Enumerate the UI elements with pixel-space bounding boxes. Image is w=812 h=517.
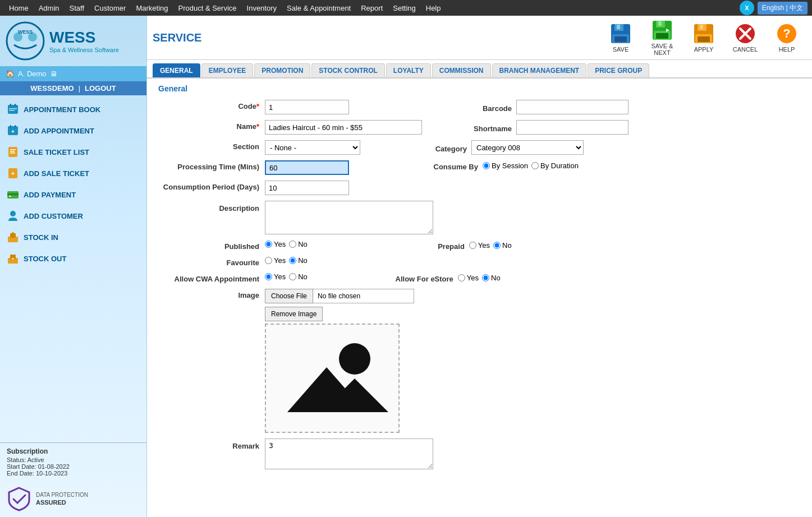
- description-textarea[interactable]: [265, 201, 433, 234]
- remark-textarea[interactable]: 3: [265, 438, 433, 469]
- estore-radio-group: Yes No: [458, 274, 501, 282]
- description-row: Description: [158, 201, 801, 234]
- category-select[interactable]: Category 008 Category 001: [471, 140, 584, 155]
- svg-rect-8: [9, 110, 15, 111]
- barcode-label: Barcode: [467, 102, 512, 113]
- estore-yes-radio[interactable]: [458, 274, 465, 281]
- username-link[interactable]: WESSDEMO: [30, 84, 74, 93]
- published-yes-label[interactable]: Yes: [265, 240, 286, 248]
- consumption-period-label: Consumption Period (Days): [158, 181, 259, 191]
- choose-file-button[interactable]: Choose File: [265, 289, 313, 303]
- section-row: Section - None - Category Category 008 C…: [158, 140, 801, 155]
- help-button[interactable]: ? HELP: [767, 18, 806, 57]
- tab-commission[interactable]: COMMISSION: [432, 63, 491, 77]
- save-next-button[interactable]: SAVE & NEXT: [643, 18, 682, 57]
- cwa-yes-radio[interactable]: [265, 273, 272, 280]
- save-next-icon: [651, 19, 673, 41]
- logo-text: WESS Spa & Wellness Software: [49, 28, 119, 54]
- estore-label: Allow For eStore: [386, 273, 453, 283]
- cwa-no-radio[interactable]: [289, 273, 296, 280]
- consumption-period-input[interactable]: [265, 181, 349, 195]
- save-label: SAVE: [613, 46, 629, 53]
- sidebar-item-appointment-book[interactable]: APPOINTMENT BOOK: [0, 99, 146, 120]
- cwa-yes-label[interactable]: Yes: [265, 273, 286, 281]
- prepaid-yes-radio[interactable]: [469, 242, 476, 249]
- tab-price-group[interactable]: PRICE GROUP: [588, 63, 649, 77]
- sidebar-item-add-customer[interactable]: ADD CUSTOMER: [0, 205, 146, 227]
- form-area: General Code* Barcode Name* Sho: [147, 79, 812, 517]
- tab-employee[interactable]: EMPLOYEE: [201, 63, 254, 77]
- published-yes-radio[interactable]: [265, 241, 272, 248]
- shortname-input[interactable]: [516, 120, 629, 135]
- favourite-no-label[interactable]: No: [289, 256, 308, 265]
- consume-by-session-label[interactable]: By Session: [483, 161, 528, 170]
- barcode-input[interactable]: [516, 100, 629, 114]
- remove-image-button[interactable]: Remove Image: [265, 307, 323, 321]
- sidebar-item-add-sale-ticket[interactable]: + ADD SALE TICKET: [0, 163, 146, 184]
- code-label: Code*: [158, 100, 259, 110]
- favourite-no-radio[interactable]: [289, 257, 296, 264]
- cwa-label: Allow CWA Appointment: [158, 273, 259, 283]
- sidebar-item-sale-ticket-list[interactable]: SALE TICKET LIST: [0, 141, 146, 163]
- nav-product-service[interactable]: Product & Service: [174, 2, 241, 15]
- nav-report[interactable]: Report: [356, 2, 387, 15]
- estore-yes-label[interactable]: Yes: [458, 274, 479, 282]
- svg-text:?: ?: [783, 26, 790, 40]
- apply-label: APPLY: [694, 46, 714, 53]
- description-label: Description: [158, 201, 259, 213]
- prepaid-yes-label[interactable]: Yes: [469, 241, 490, 250]
- tab-general[interactable]: GENERAL: [153, 63, 200, 77]
- logout-link[interactable]: LOGOUT: [85, 84, 116, 93]
- dpa-shield-icon: [7, 487, 31, 511]
- xero-button[interactable]: X: [740, 1, 754, 15]
- prepaid-radio-group: Yes No: [469, 241, 512, 250]
- tab-branch-management[interactable]: BRANCH MANAGEMENT: [492, 63, 587, 77]
- sidebar-label-add-payment: ADD PAYMENT: [24, 191, 76, 199]
- sidebar-item-stock-in[interactable]: STOCK IN: [0, 227, 146, 248]
- code-input[interactable]: [265, 100, 349, 114]
- nav-admin[interactable]: Admin: [34, 2, 64, 15]
- nav-home[interactable]: Home: [4, 2, 33, 15]
- nav-sale-appointment[interactable]: Sale & Appointment: [282, 2, 355, 15]
- apply-icon: [692, 22, 715, 45]
- published-no-label[interactable]: No: [289, 240, 308, 248]
- sidebar-label-stock-out: STOCK OUT: [24, 255, 66, 263]
- favourite-yes-radio[interactable]: [265, 257, 272, 264]
- file-name-label: No file chosen: [313, 289, 414, 303]
- section-select[interactable]: - None -: [265, 140, 360, 155]
- estore-no-label[interactable]: No: [482, 274, 501, 282]
- consume-by-radio-group: By Session By Duration: [483, 161, 579, 170]
- consume-by-session-radio[interactable]: [483, 162, 490, 169]
- nav-inventory[interactable]: Inventory: [242, 2, 281, 15]
- published-no-radio[interactable]: [289, 241, 296, 248]
- cancel-button[interactable]: CANCEL: [726, 18, 765, 57]
- nav-setting[interactable]: Setting: [388, 2, 420, 15]
- tab-loyalty[interactable]: LOYALTY: [386, 63, 431, 77]
- sidebar-item-add-appointment[interactable]: + ADD APPOINTMENT: [0, 120, 146, 141]
- nav-help[interactable]: Help: [421, 2, 446, 15]
- nav-marketing[interactable]: Marketing: [131, 2, 172, 15]
- prepaid-no-label[interactable]: No: [493, 241, 512, 250]
- name-input[interactable]: [265, 120, 422, 135]
- favourite-radio-group: Yes No: [265, 256, 308, 265]
- estore-no-radio[interactable]: [482, 274, 489, 281]
- sale-ticket-list-icon: [7, 146, 19, 158]
- nav-staff[interactable]: Staff: [65, 2, 89, 15]
- consume-by-duration-label[interactable]: By Duration: [531, 161, 579, 170]
- consume-by-duration-radio[interactable]: [531, 162, 539, 169]
- sidebar-label-sale-ticket-list: SALE TICKET LIST: [24, 148, 89, 156]
- favourite-yes-label[interactable]: Yes: [265, 256, 286, 265]
- processing-time-input[interactable]: [265, 160, 349, 175]
- sidebar-item-add-payment[interactable]: ADD PAYMENT: [0, 184, 146, 205]
- tab-stock-control[interactable]: STOCK CONTROL: [311, 63, 384, 77]
- nav-customer[interactable]: Customer: [90, 2, 130, 15]
- cwa-no-label[interactable]: No: [289, 273, 308, 281]
- save-button[interactable]: SAVE: [601, 18, 640, 57]
- language-button[interactable]: English | 中文: [758, 2, 808, 15]
- tabs-bar: GENERAL EMPLOYEE PROMOTION STOCK CONTROL…: [147, 60, 812, 79]
- tab-promotion[interactable]: PROMOTION: [254, 63, 310, 77]
- prepaid-no-radio[interactable]: [493, 242, 501, 249]
- favourite-label: Favourite: [158, 256, 259, 267]
- apply-button[interactable]: APPLY: [684, 18, 723, 57]
- sidebar-item-stock-out[interactable]: STOCK OUT: [0, 248, 146, 269]
